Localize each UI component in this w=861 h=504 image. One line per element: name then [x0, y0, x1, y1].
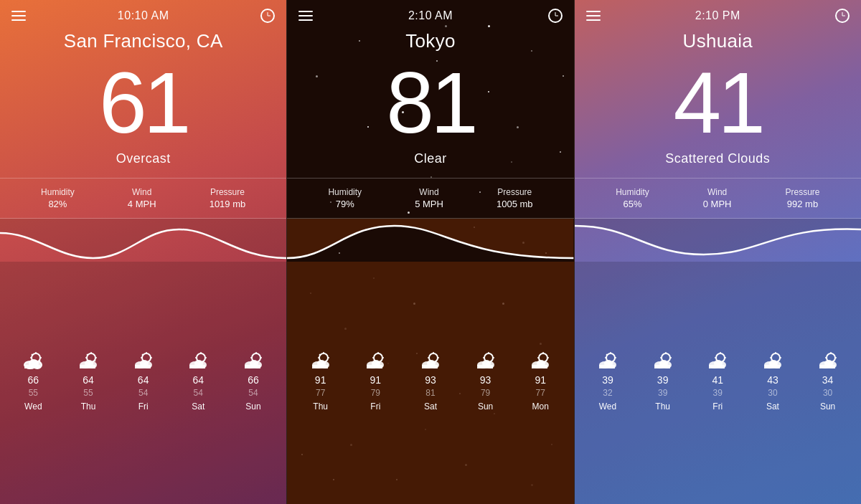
forecast-tokyo: 91 77 Thu 91 79 Fri: [287, 262, 573, 504]
panel-tokyo: 2:10 AM Tokyo 81 Clear Humidity 79% Wind…: [286, 0, 574, 504]
forecast-day-3-sf: 64 54 Sat: [185, 352, 211, 412]
forecast-day-3-tokyo: 93 79 Sun: [473, 352, 499, 412]
svg-rect-132: [819, 365, 835, 369]
clock-icon-sf[interactable]: [260, 9, 275, 23]
temp-ushuaia: 41: [575, 52, 861, 146]
svg-rect-14: [24, 365, 40, 369]
svg-rect-116: [709, 365, 725, 369]
stats-sf: Humidity 82% Wind 4 MPH Pressure 1019 mb: [0, 178, 286, 219]
temp-sf: 61: [0, 52, 286, 146]
stats-tokyo: Humidity 79% Wind 5 MPH Pressure 1005 mb: [287, 178, 573, 219]
svg-rect-108: [654, 365, 670, 369]
time-tokyo: 2:10 AM: [408, 9, 453, 22]
forecast-day-4-ushuaia: 34 30 Sun: [815, 352, 841, 412]
svg-rect-34: [135, 365, 151, 369]
svg-rect-91: [532, 365, 547, 369]
condition-sf: Overcast: [0, 146, 286, 178]
svg-line-21: [95, 360, 95, 361]
forecast-day-1-ushuaia: 39 39 Thu: [650, 352, 676, 412]
svg-rect-50: [245, 365, 260, 369]
svg-rect-67: [367, 365, 382, 369]
city-tokyo: Tokyo: [287, 27, 573, 52]
svg-line-55: [319, 354, 320, 355]
pressure-tokyo: Pressure 1005 mb: [497, 187, 533, 209]
svg-line-30: [142, 354, 143, 355]
time-sf: 10:10 AM: [118, 9, 169, 22]
svg-rect-100: [599, 365, 615, 369]
clock-icon-ushuaia[interactable]: [835, 9, 850, 23]
menu-icon-sf[interactable]: [11, 11, 26, 21]
stats-ushuaia: Humidity 65% Wind 0 MPH Pressure 992 mb: [575, 178, 861, 219]
menu-icon-tokyo[interactable]: [298, 11, 313, 21]
city-sf: San Francisco, CA: [0, 27, 286, 52]
svg-rect-124: [764, 365, 780, 369]
city-ushuaia: Ushuaia: [575, 27, 861, 52]
temp-tokyo: 81: [287, 52, 573, 146]
pressure-sf: Pressure 1019 mb: [210, 187, 246, 209]
forecast-day-1-sf: 64 55 Thu: [75, 352, 101, 412]
header-tokyo: 2:10 AM: [287, 0, 573, 27]
condition-tokyo: Clear: [287, 146, 573, 178]
forecast-day-0-ushuaia: 39 32 Wed: [595, 352, 621, 412]
forecast-day-0-sf: 66 55 Wed: [20, 352, 46, 412]
svg-rect-59: [312, 365, 328, 369]
forecast-ushuaia: 39 32 Wed 39 39 Thu: [575, 262, 861, 504]
forecast-day-2-ushuaia: 41 39 Fri: [705, 352, 730, 412]
time-ushuaia: 2:10 PM: [695, 9, 740, 22]
svg-rect-83: [477, 365, 493, 369]
wind-ushuaia: Wind 0 MPH: [703, 187, 732, 209]
wind-tokyo: Wind 5 MPH: [415, 187, 443, 209]
forecast-sf: 66 55 Wed 64 55: [0, 262, 286, 504]
condition-ushuaia: Scattered Clouds: [575, 146, 861, 178]
humidity-tokyo: Humidity 79%: [328, 187, 362, 209]
wave-sf: [0, 219, 286, 262]
forecast-day-4-tokyo: 91 77 Mon: [527, 352, 553, 412]
humidity-sf: Humidity 82%: [41, 187, 75, 209]
wind-sf: Wind 4 MPH: [128, 187, 156, 209]
wave-tokyo: [287, 219, 573, 262]
forecast-day-2-sf: 64 54 Fri: [131, 352, 156, 412]
panel-ushuaia: 2:10 PM Ushuaia 41 Scattered Clouds Humi…: [575, 0, 861, 504]
svg-line-5: [32, 354, 32, 355]
header-sf: 10:10 AM: [0, 0, 286, 27]
forecast-day-3-ushuaia: 43 30 Sat: [760, 352, 786, 412]
forecast-day-2-tokyo: 93 81 Sat: [418, 352, 443, 412]
forecast-day-1-tokyo: 91 79 Fri: [362, 352, 388, 412]
header-ushuaia: 2:10 PM: [575, 0, 861, 27]
svg-rect-75: [422, 365, 438, 369]
humidity-ushuaia: Humidity 65%: [616, 187, 649, 209]
pressure-ushuaia: Pressure 992 mb: [785, 187, 819, 209]
panel-sf: 10:10 AM San Francisco, CA 61 Overcast H…: [0, 0, 286, 504]
wave-ushuaia: [575, 219, 861, 262]
forecast-day-0-tokyo: 91 77 Thu: [308, 352, 334, 412]
clock-icon-tokyo[interactable]: [548, 9, 563, 23]
svg-rect-25: [80, 365, 95, 369]
svg-line-20: [87, 354, 88, 355]
svg-rect-42: [189, 365, 205, 369]
svg-line-96: [606, 354, 607, 355]
forecast-day-4-sf: 66 54 Sun: [240, 352, 266, 412]
menu-icon-ushuaia[interactable]: [586, 11, 601, 21]
